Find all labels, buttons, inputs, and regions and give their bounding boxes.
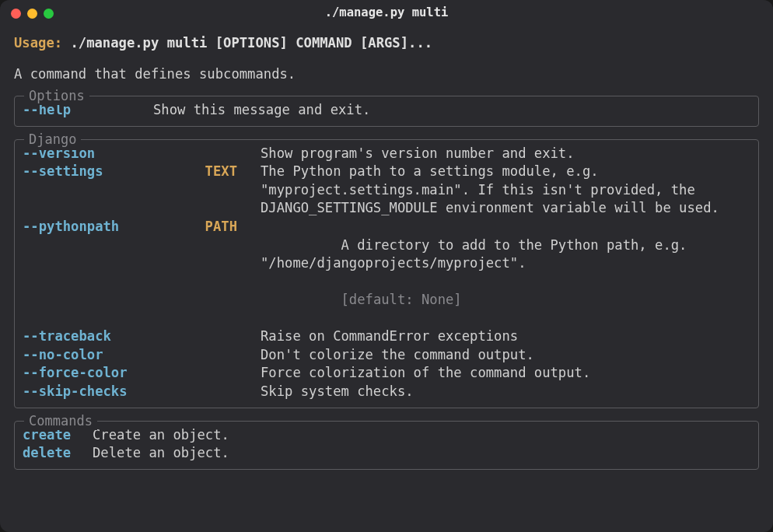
option-row: --settings TEXT The Python path to a set… — [23, 163, 750, 218]
window-title: ./manage.py multi — [0, 5, 773, 21]
option-flag: --traceback — [23, 327, 194, 346]
option-row: --skip-checks Skip system checks. — [23, 383, 750, 401]
command-row: create Create an object. — [23, 426, 750, 445]
option-flag: --skip-checks — [23, 383, 194, 401]
command-description: Create an object. — [93, 426, 750, 445]
usage-line: Usage: ./manage.py multi [OPTIONS] COMMA… — [14, 34, 759, 53]
commands-panel: Commands create Create an object. delete… — [14, 421, 759, 470]
option-row: --version Show program's version number … — [23, 145, 750, 163]
django-panel-title: Django — [24, 131, 81, 149]
titlebar: ./manage.py multi — [0, 0, 773, 26]
options-panel: Options --help Show this message and exi… — [14, 96, 759, 127]
minimize-icon[interactable] — [27, 9, 37, 19]
option-description: Raise on CommandError exceptions — [261, 327, 750, 346]
option-description: Don't colorize the command output. — [261, 346, 750, 365]
django-panel: Django --version Show program's version … — [14, 139, 759, 408]
option-flag: --settings — [23, 163, 194, 181]
option-row: --help Show this message and exit. — [23, 101, 750, 120]
option-flag: --pythonpath — [23, 218, 194, 236]
option-description: Skip system checks. — [261, 383, 750, 401]
traffic-lights — [11, 9, 54, 19]
option-row: --no-color Don't colorize the command ou… — [23, 346, 750, 365]
commands-panel-title: Commands — [24, 412, 97, 430]
command-name: delete — [23, 444, 93, 463]
option-description: Show program's version number and exit. — [261, 145, 750, 163]
command-description: A command that defines subcommands. — [14, 65, 759, 84]
option-type: PATH — [194, 218, 237, 236]
option-row: --pythonpath PATH A directory to add to … — [23, 218, 750, 327]
option-type: TEXT — [194, 163, 237, 181]
options-panel-title: Options — [24, 87, 89, 105]
option-flag: --no-color — [23, 346, 194, 365]
command-description: Delete an object. — [93, 444, 750, 463]
option-description: Show this message and exit. — [153, 101, 750, 120]
option-flag: --force-color — [23, 364, 194, 383]
option-row: --force-color Force colorization of the … — [23, 364, 750, 383]
usage-args: ./manage.py multi [OPTIONS] COMMAND [ARG… — [70, 35, 432, 51]
maximize-icon[interactable] — [44, 9, 54, 19]
terminal-window: ./manage.py multi Usage: ./manage.py mul… — [0, 0, 773, 532]
close-icon[interactable] — [11, 9, 21, 19]
option-description: Force colorization of the command output… — [261, 364, 750, 383]
command-row: delete Delete an object. — [23, 444, 750, 463]
option-default: [default: None] — [341, 292, 461, 307]
terminal-body: Usage: ./manage.py multi [OPTIONS] COMMA… — [0, 26, 773, 481]
option-description: The Python path to a settings module, e.… — [261, 163, 750, 218]
option-row: --traceback Raise on CommandError except… — [23, 327, 750, 346]
option-description: A directory to add to the Python path, e… — [261, 218, 750, 327]
usage-label: Usage: — [14, 35, 62, 51]
option-description-text: A directory to add to the Python path, e… — [261, 237, 695, 271]
